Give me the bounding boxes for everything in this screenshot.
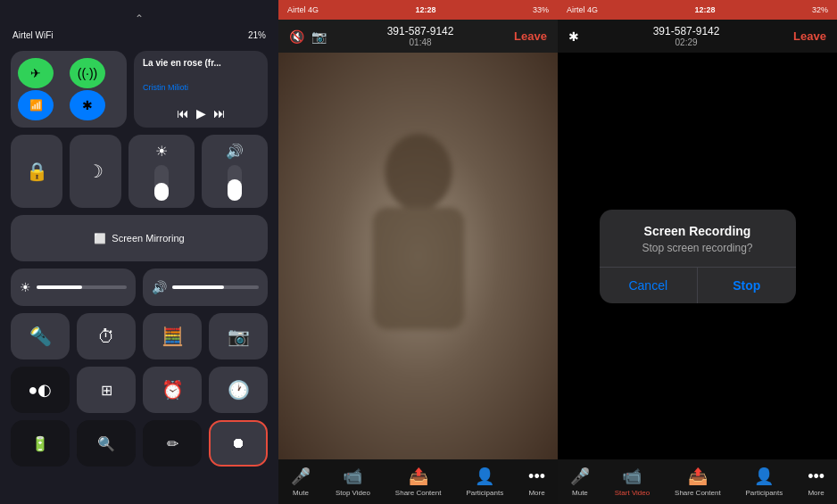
vc-mute-label: Mute [293,489,309,497]
vc-more-label: More [528,489,544,497]
sliders-row: ☀ 🔊 [11,269,268,306]
vc-carrier: Airtel 4G [287,5,319,14]
vc-mute-icon: 🔇 [289,29,304,44]
control-center-panel: ⌃ Airtel WiFi 21% ✈ ((·)) 📶 ✱ La vie en … [0,0,278,504]
chevron-indicator: ⌃ [11,12,268,25]
vc-header: 🔇 📷 391-587-9142 01:48 Leave [278,20,558,53]
vc-more-button[interactable]: ••• More [528,467,545,497]
timer-button[interactable]: ⏱ [77,313,136,359]
dialog-cancel-button[interactable]: Cancel [600,268,698,303]
edit-button[interactable]: ✏ [143,420,202,467]
music-controls: ⏮ ▶ ⏭ [143,106,259,120]
vc-phone-number: 391-587-9142 [387,25,454,37]
vc-share-label: Share Content [395,489,442,497]
rec-battery: 32% [812,5,828,14]
next-button[interactable]: ⏭ [213,106,226,120]
vc-stop-video-button[interactable]: 📹 Stop Video [336,467,370,497]
vc-status-bar: Airtel 4G 12:28 33% [278,0,558,20]
video-call-panel: Airtel 4G 12:28 33% 🔇 📷 391-587-9142 01:… [278,0,558,504]
screen-record-button[interactable]: ⏺ [209,420,268,467]
battery-label: 21% [248,30,266,40]
dialog-buttons: Cancel Stop [600,268,796,303]
battery-button[interactable]: 🔋 [11,420,70,467]
play-button[interactable]: ▶ [196,106,206,120]
rec-participants-button[interactable]: 👤 Participants [745,467,783,497]
vc-time: 12:28 [415,5,435,14]
wifi-button[interactable]: 📶 [18,90,54,120]
rec-participants-label: Participants [745,489,783,497]
eye-button[interactable]: ●◐ [11,367,70,413]
dialog-message: Stop screen recording? [642,242,752,254]
rec-share-icon: 📤 [688,467,708,486]
vc-mute-button[interactable]: 🎤 Mute [291,467,311,497]
calculator-button[interactable]: 🧮 [143,313,202,359]
rec-start-video-label: Start Video [615,489,650,497]
do-not-disturb-button[interactable]: ☽ [70,135,121,208]
vc-mute-icon2: 🎤 [291,467,311,486]
dialog-stop-button[interactable]: Stop [698,268,796,303]
screen-recording-dialog: Screen Recording Stop screen recording? … [600,210,796,303]
network-block: ✈ ((·)) 📶 ✱ [11,51,127,128]
screen-recording-panel: Airtel 4G 12:28 32% ✱ 391-587-9142 02:29… [558,0,837,504]
rec-start-video-button[interactable]: 📹 Start Video [615,467,650,497]
lock-rotation-button[interactable]: 🔒 [11,135,62,208]
vc-participants-button[interactable]: 👤 Participants [466,467,503,497]
qr-button[interactable]: ⊞ [77,367,136,413]
vc-participants-icon: 👤 [475,467,494,486]
moon-icon: ☽ [87,161,104,182]
alarm-button[interactable]: ⏰ [143,367,202,413]
vc-more-icon: ••• [528,467,545,486]
vc-toolbar: 🎤 Mute 📹 Stop Video 📤 Share Content 👤 Pa… [278,459,558,504]
rec-video-icon: 📹 [622,467,642,486]
vc-timer: 01:48 [387,37,454,47]
rec-more-button[interactable]: ••• More [808,467,825,497]
screen-mirroring-button[interactable]: ⬜ Screen Mirroring [11,215,268,261]
airplane-button[interactable]: ✈ [18,58,54,88]
vc-camera-icon: 📷 [311,29,327,44]
cellular-button[interactable]: ((·)) [70,58,105,88]
lock-icon: 🔒 [26,161,48,182]
rec-timer: 02:29 [653,37,720,47]
screen-mirroring-icon: ⬜ [94,233,106,244]
vc-call-info: 391-587-9142 01:48 [387,25,454,47]
vc-header-icons: 🔇 📷 [289,29,327,44]
rec-time: 12:28 [694,5,715,14]
music-artist: Cristin Milioti [143,83,259,92]
flashlight-button[interactable]: 🔦 [11,313,70,359]
rec-leave-button[interactable]: Leave [793,29,826,43]
vc-video-area [278,53,558,459]
right-status: 21% [248,30,266,40]
rec-more-icon: ••• [808,467,825,486]
music-block: La vie en rose (fr... Cristin Milioti ⏮ … [134,51,268,128]
rec-mute-button[interactable]: 🎤 Mute [570,467,590,497]
rec-participants-icon: 👤 [754,467,774,486]
vc-battery: 33% [533,5,549,14]
camera-button[interactable]: 📷 [209,313,268,359]
volume-h-slider[interactable]: 🔊 [143,269,268,306]
bluetooth-button[interactable]: ✱ [70,90,105,120]
vc-leave-button[interactable]: Leave [514,29,547,43]
status-bar: Airtel WiFi 21% [11,30,268,40]
rec-phone-number: 391-587-9142 [653,25,720,37]
vc-share-button[interactable]: 📤 Share Content [395,467,442,497]
brightness-icon: ☀ [155,143,168,160]
rec-status-bar: Airtel 4G 12:28 32% [558,0,837,20]
volume-slider[interactable]: 🔊 [202,135,268,208]
clock-button[interactable]: 🕐 [209,367,268,413]
zoom-button[interactable]: 🔍 [77,420,136,467]
cc-mid-row: 🔒 ☽ ☀ 🔊 [11,135,268,208]
brightness-h-slider[interactable]: ☀ [11,269,136,306]
screen-mirroring-label: Screen Mirroring [112,233,184,244]
rec-call-info: 391-587-9142 02:29 [653,25,720,47]
volume-icon: 🔊 [226,143,244,160]
brightness-slider[interactable]: ☀ [128,135,195,208]
rec-share-label: Share Content [675,489,721,497]
vc-participants-label: Participants [466,489,503,497]
prev-button[interactable]: ⏮ [177,106,189,120]
rec-share-button[interactable]: 📤 Share Content [675,467,721,497]
rec-header: ✱ 391-587-9142 02:29 Leave [558,20,837,53]
dialog-title: Screen Recording [644,224,751,238]
svg-point-0 [385,134,452,211]
music-title: La vie en rose (fr... [143,58,259,68]
rec-bt-icon: ✱ [568,29,579,44]
